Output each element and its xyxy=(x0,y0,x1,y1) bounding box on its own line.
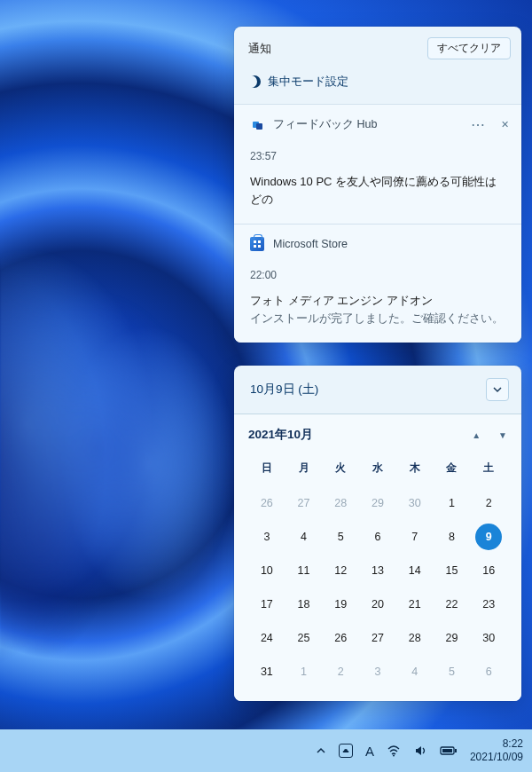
chevron-down-icon xyxy=(493,385,502,394)
calendar-day[interactable]: 30 xyxy=(396,488,434,518)
calendar-day[interactable]: 28 xyxy=(396,623,434,653)
calendar-day[interactable]: 1 xyxy=(286,657,323,687)
calendar-day[interactable]: 21 xyxy=(396,589,434,619)
feedback-hub-icon xyxy=(250,118,264,132)
calendar-dow: 金 xyxy=(434,455,471,484)
svg-rect-3 xyxy=(455,749,457,752)
calendar-day[interactable]: 29 xyxy=(434,623,471,653)
ime-mode-indicator[interactable]: A xyxy=(365,744,374,759)
calendar-day[interactable]: 4 xyxy=(286,522,323,552)
calendar-day[interactable]: 6 xyxy=(470,657,507,687)
moon-icon xyxy=(248,75,261,88)
calendar-dow: 日 xyxy=(248,455,286,484)
calendar-day[interactable]: 27 xyxy=(286,488,323,518)
calendar-day[interactable]: 23 xyxy=(470,589,507,619)
calendar-day[interactable]: 16 xyxy=(470,555,507,586)
calendar-day[interactable]: 27 xyxy=(359,623,396,653)
taskbar-clock[interactable]: 8:22 2021/10/09 xyxy=(470,737,523,764)
notification-card[interactable]: フィードバック Hub 23:57 Windows 10 PC を友人や同僚に薦… xyxy=(234,104,521,224)
calendar-day[interactable]: 25 xyxy=(286,623,323,653)
notification-center: 通知 すべてクリア 集中モード設定 フィードバック Hub 23:57 Wind… xyxy=(234,27,521,343)
wifi-icon[interactable] xyxy=(387,744,401,758)
calendar-day[interactable]: 13 xyxy=(359,555,396,586)
tray-overflow-button[interactable] xyxy=(316,745,326,756)
calendar-day[interactable]: 30 xyxy=(470,623,507,653)
notification-body: フォト メディア エンジン アドオン xyxy=(250,292,505,310)
clock-date: 2021/10/09 xyxy=(470,751,523,764)
calendar-dow: 木 xyxy=(396,455,434,484)
calendar-day[interactable]: 6 xyxy=(359,522,396,552)
calendar-day[interactable]: 28 xyxy=(322,488,359,518)
svg-point-0 xyxy=(393,755,395,757)
notification-header: 通知 すべてクリア xyxy=(234,27,521,68)
notification-app-name: フィードバック Hub xyxy=(273,117,377,132)
clear-all-button[interactable]: すべてクリア xyxy=(427,37,511,59)
calendar-date-header: 10月9日 (土) xyxy=(250,382,318,398)
notification-card[interactable]: Microsoft Store 22:00 フォト メディア エンジン アドオン… xyxy=(234,224,521,343)
notification-subtext: インストールが完了しました。ご確認ください。 xyxy=(250,311,505,327)
notification-body: Windows 10 PC を友人や同僚に薦める可能性はどの xyxy=(250,173,505,208)
onedrive-icon[interactable] xyxy=(339,744,353,758)
calendar-day[interactable]: 1 xyxy=(434,488,471,518)
calendar-day[interactable]: 5 xyxy=(434,657,471,687)
calendar-day[interactable]: 19 xyxy=(322,589,359,619)
calendar-day[interactable]: 10 xyxy=(248,555,286,586)
chevron-up-icon xyxy=(316,745,326,756)
calendar-dow: 月 xyxy=(286,455,323,484)
calendar-day[interactable]: 2 xyxy=(322,657,359,687)
calendar-day[interactable]: 14 xyxy=(396,555,434,586)
more-icon[interactable] xyxy=(471,118,485,132)
calendar-day[interactable]: 26 xyxy=(248,488,286,518)
microsoft-store-icon xyxy=(250,237,264,251)
calendar-month-label[interactable]: 2021年10月 xyxy=(248,427,313,443)
system-tray: A xyxy=(316,744,458,759)
calendar-day[interactable]: 7 xyxy=(396,522,434,552)
calendar-day[interactable]: 18 xyxy=(286,589,323,619)
calendar-flyout: 10月9日 (土) 2021年10月 ▲ ▼ 日月火水木金土2627282930… xyxy=(234,366,521,701)
calendar-day[interactable]: 9 xyxy=(475,524,502,550)
calendar-day[interactable]: 20 xyxy=(359,589,396,619)
focus-mode-link[interactable]: 集中モード設定 xyxy=(234,68,521,104)
notification-title: 通知 xyxy=(248,41,271,57)
calendar-day[interactable]: 12 xyxy=(322,555,359,586)
calendar-dow: 水 xyxy=(359,455,396,484)
calendar-dow: 土 xyxy=(470,455,507,484)
battery-icon[interactable] xyxy=(440,745,458,756)
calendar-day[interactable]: 17 xyxy=(248,589,286,619)
calendar-day[interactable]: 3 xyxy=(248,522,286,552)
collapse-button[interactable] xyxy=(486,378,509,401)
calendar-day[interactable]: 2 xyxy=(470,488,507,518)
calendar-day[interactable]: 29 xyxy=(359,488,396,518)
calendar-day[interactable]: 24 xyxy=(248,623,286,653)
calendar-day[interactable]: 8 xyxy=(434,522,471,552)
notification-time: 22:00 xyxy=(250,269,505,281)
clock-time: 8:22 xyxy=(470,737,523,751)
calendar-day[interactable]: 3 xyxy=(359,657,396,687)
calendar-day[interactable]: 5 xyxy=(322,522,359,552)
focus-mode-label: 集中モード設定 xyxy=(268,74,348,90)
calendar-day[interactable]: 26 xyxy=(322,623,359,653)
svg-rect-2 xyxy=(442,749,452,752)
prev-month-button[interactable]: ▲ xyxy=(472,430,481,440)
close-icon[interactable] xyxy=(501,118,509,132)
next-month-button[interactable]: ▼ xyxy=(498,430,507,440)
calendar-day[interactable]: 11 xyxy=(286,555,323,586)
calendar-day[interactable]: 4 xyxy=(396,657,434,687)
calendar-day[interactable]: 31 xyxy=(248,657,286,687)
notification-time: 23:57 xyxy=(250,150,505,162)
calendar-day[interactable]: 22 xyxy=(434,589,471,619)
volume-icon[interactable] xyxy=(413,744,427,758)
calendar-day[interactable]: 15 xyxy=(434,555,471,586)
taskbar: A 8:22 2021/10/09 xyxy=(0,729,532,772)
notification-app-name: Microsoft Store xyxy=(273,238,348,250)
calendar-dow: 火 xyxy=(322,455,359,484)
calendar-grid: 日月火水木金土262728293012345678910111213141516… xyxy=(248,455,507,687)
